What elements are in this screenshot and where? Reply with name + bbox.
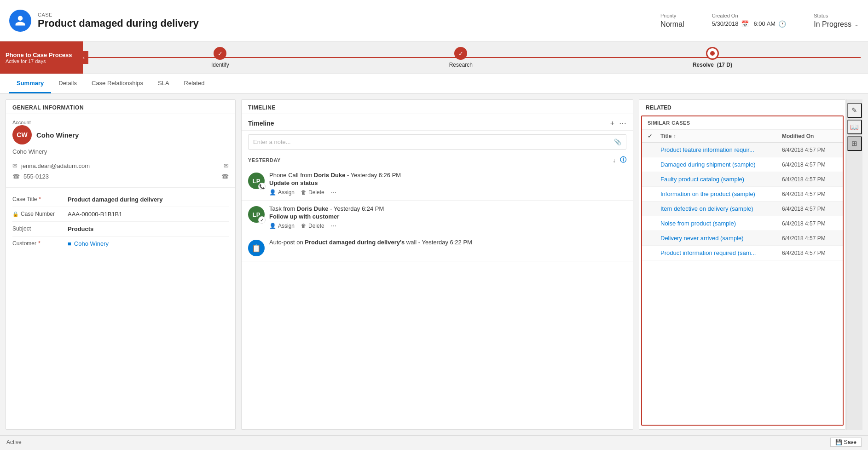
- case-number-value: AAA-00000-B1B1B1: [68, 211, 122, 218]
- row-title-4[interactable]: Item defective on delivery (sample): [660, 205, 778, 212]
- sort-title-icon: ↕: [673, 133, 676, 138]
- tab-case-relationships[interactable]: Case Relationships: [84, 74, 150, 93]
- more-button-2[interactable]: ⋯: [331, 223, 336, 229]
- task-badge-icon: ✓: [258, 216, 266, 224]
- row-title-3[interactable]: Information on the product (sample): [660, 190, 778, 197]
- status-chevron-icon[interactable]: ⌄: [854, 21, 859, 28]
- table-row: Delivery never arrived (sample) 6/4/2018…: [642, 231, 843, 246]
- row-title-2[interactable]: Faulty product catalog (sample): [660, 176, 778, 183]
- case-title-value[interactable]: Product damaged during delivery: [68, 196, 163, 203]
- table-body: Product feature information requir... 6/…: [642, 143, 843, 425]
- phone-icon: ☎: [12, 173, 20, 180]
- right-sidebar: ✎ 📖 ⊞: [846, 99, 862, 430]
- sidebar-book-button[interactable]: 📖: [847, 120, 862, 134]
- timeline-item-actions-2: 👤 Assign 🗑 Delete ⋯: [269, 223, 626, 229]
- case-number-label: 🔒 Case Number: [12, 211, 63, 217]
- account-name[interactable]: Coho Winery: [36, 131, 79, 139]
- process-step-research[interactable]: ✓ Research: [449, 47, 473, 68]
- row-date-0: 6/4/2018 4:57 PM: [782, 147, 837, 153]
- email-row: ✉ jenna.dean@adatum.com ✉: [12, 161, 229, 171]
- timeline-header: Timeline + ⋯: [242, 114, 633, 131]
- table-row: Product information required (sam... 6/4…: [642, 246, 843, 260]
- table-checkbox-col: ✓: [648, 133, 657, 139]
- email-value: jenna.dean@adatum.com: [21, 162, 90, 169]
- sidebar-grid-button[interactable]: ⊞: [847, 136, 862, 151]
- customer-value[interactable]: ■ Coho Winery: [68, 240, 109, 247]
- tab-details[interactable]: Details: [51, 74, 84, 93]
- process-title: Phone to Case Process: [6, 52, 77, 58]
- yesterday-label: YESTERDAY: [248, 157, 281, 163]
- timeline-note-input[interactable]: Enter a note... 📎: [248, 134, 626, 150]
- row-check-2: [648, 176, 657, 183]
- table-title-col[interactable]: Title ↕: [660, 133, 778, 139]
- process-step-resolve[interactable]: Resolve (17 D): [693, 47, 732, 68]
- row-check-4: [648, 205, 657, 212]
- timeline-add-button[interactable]: +: [610, 119, 614, 127]
- timeline-section-title: TIMELINE: [242, 100, 633, 114]
- timeline-item-3: 📋 Auto-post on Product damaged during de…: [242, 234, 633, 261]
- contact-name-row: Coho Winery: [12, 146, 229, 157]
- customer-label: Customer *: [12, 240, 63, 247]
- header-fields: Priority Normal Created On 5/30/2018 📅 6…: [660, 13, 859, 29]
- row-title-6[interactable]: Delivery never arrived (sample): [660, 235, 778, 242]
- timeline-title: Timeline: [248, 120, 274, 127]
- save-button[interactable]: 💾 Save: [830, 438, 862, 447]
- status-label: Status: [814, 13, 859, 18]
- tab-sla[interactable]: SLA: [150, 74, 177, 93]
- process-label-box: Phone to Case Process Active for 17 days…: [0, 41, 83, 74]
- sidebar-edit-button[interactable]: ✎: [847, 103, 862, 118]
- row-title-1[interactable]: Damaged during shipment (sample): [660, 161, 778, 168]
- assign-button-1[interactable]: 👤 Assign: [269, 189, 295, 196]
- phone-value: 555-0123: [23, 173, 49, 180]
- row-title-7[interactable]: Product information required (sam...: [660, 249, 778, 256]
- info-icon[interactable]: ⓘ: [620, 156, 627, 164]
- step-identify-circle: ✓: [214, 47, 226, 60]
- priority-label: Priority: [660, 13, 684, 18]
- tab-summary[interactable]: Summary: [9, 74, 51, 93]
- process-step-identify[interactable]: ✓ Identify: [211, 47, 229, 68]
- assign-button-2[interactable]: 👤 Assign: [269, 223, 295, 229]
- row-date-3: 6/4/2018 4:57 PM: [782, 191, 837, 197]
- row-date-5: 6/4/2018 4:57 PM: [782, 220, 837, 227]
- row-check-0: [648, 146, 657, 153]
- timeline-scroll: YESTERDAY ↓ ⓘ LP 📞 Phone Call from Doris…: [242, 153, 633, 429]
- note-placeholder: Enter a note...: [253, 138, 291, 145]
- email-action-icon[interactable]: ✉: [224, 162, 229, 169]
- timeline-avatar-1: LP 📞: [248, 173, 265, 189]
- created-on-label: Created On: [712, 13, 787, 18]
- timeline-more-button[interactable]: ⋯: [619, 119, 626, 127]
- case-title-label: Case Title *: [12, 196, 63, 202]
- case-title-block: CASE Product damaged during delivery: [38, 12, 199, 29]
- attachment-icon: 📎: [614, 138, 621, 145]
- subject-label: Subject: [12, 225, 63, 232]
- tab-related[interactable]: Related: [177, 74, 212, 93]
- account-label: Account: [12, 120, 229, 125]
- status-value: In Progress: [814, 20, 851, 29]
- table-row: Item defective on delivery (sample) 6/4/…: [642, 202, 843, 216]
- sort-icon[interactable]: ↓: [613, 156, 616, 164]
- row-date-1: 6/4/2018 4:57 PM: [782, 162, 837, 168]
- process-subtitle: Active for 17 days: [6, 58, 77, 64]
- general-info-title: GENERAL INFORMATION: [6, 100, 235, 114]
- row-title-0[interactable]: Product feature information requir...: [660, 146, 778, 153]
- case-title: Product damaged during delivery: [38, 17, 199, 29]
- contact-name: Coho Winery: [12, 148, 47, 155]
- process-collapse-button[interactable]: ‹: [79, 51, 88, 64]
- created-on-values: 5/30/2018 📅 6:00 AM 🕐: [712, 20, 787, 28]
- subject-value[interactable]: Products: [68, 225, 93, 232]
- delete-button-2[interactable]: 🗑 Delete: [301, 223, 324, 229]
- process-bar: Phone to Case Process Active for 17 days…: [0, 41, 868, 74]
- more-button-1[interactable]: ⋯: [331, 189, 336, 196]
- customer-row: Customer * ■ Coho Winery: [12, 237, 229, 251]
- assign-icon-1: 👤: [269, 189, 276, 196]
- row-title-5[interactable]: Noise from product (sample): [660, 220, 778, 227]
- created-date: 5/30/2018 📅: [712, 20, 749, 28]
- phone-action-icon[interactable]: ☎: [221, 173, 229, 180]
- timeline-item-title-3: Auto-post on Product damaged during deli…: [269, 239, 626, 246]
- table-date-col: Modified On: [782, 133, 837, 139]
- page-header: CASE Product damaged during delivery Pri…: [0, 0, 868, 41]
- general-info-panel: GENERAL INFORMATION Account CW Coho Wine…: [6, 99, 236, 430]
- delete-button-1[interactable]: 🗑 Delete: [301, 189, 324, 196]
- delete-icon-1: 🗑: [301, 189, 307, 196]
- case-avatar: [9, 10, 31, 32]
